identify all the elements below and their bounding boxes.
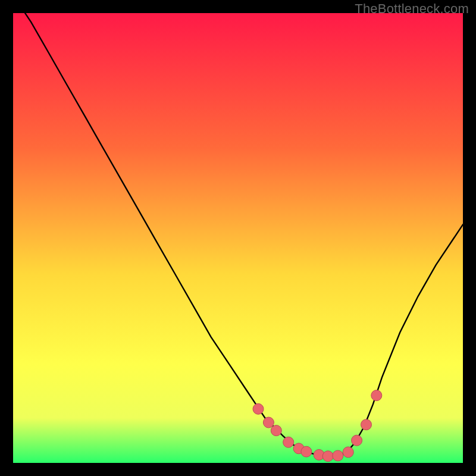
plot-area bbox=[13, 13, 463, 463]
data-point bbox=[253, 403, 264, 414]
data-point bbox=[352, 435, 362, 446]
data-point bbox=[283, 437, 294, 447]
data-point bbox=[333, 450, 343, 461]
chart-frame: TheBottleneck.com bbox=[0, 0, 476, 476]
data-point bbox=[343, 447, 353, 458]
data-point bbox=[301, 446, 312, 457]
chart-svg bbox=[13, 13, 463, 463]
watermark-text: TheBottleneck.com bbox=[355, 1, 469, 17]
data-point bbox=[322, 451, 333, 462]
gradient-bg bbox=[13, 13, 463, 463]
data-point bbox=[263, 417, 274, 428]
data-point bbox=[271, 425, 281, 436]
data-point bbox=[361, 419, 372, 430]
data-point bbox=[371, 390, 382, 401]
